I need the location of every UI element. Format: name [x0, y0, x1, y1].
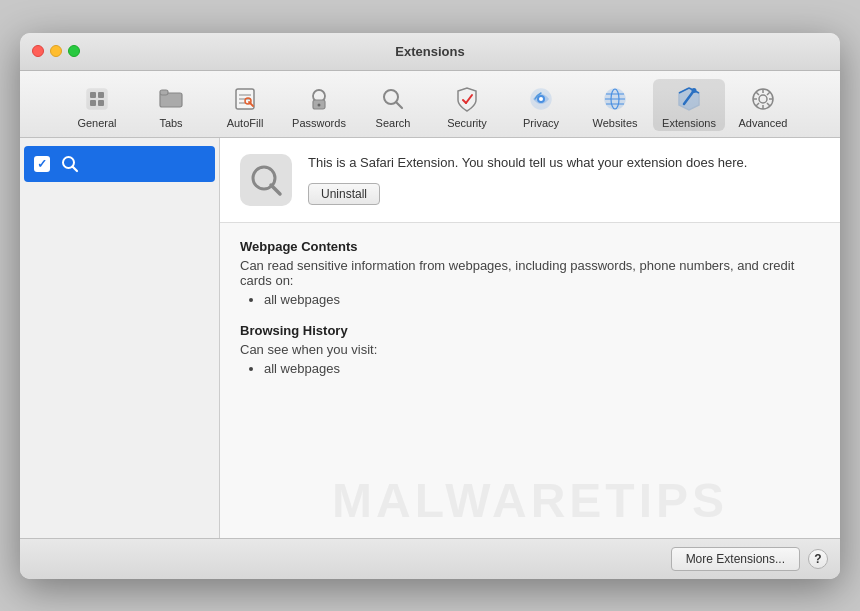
traffic-lights — [32, 45, 80, 57]
general-icon — [81, 83, 113, 115]
perm-title-browsing: Browsing History — [240, 323, 820, 338]
svg-point-21 — [539, 97, 543, 101]
advanced-icon — [747, 83, 779, 115]
privacy-icon — [525, 83, 557, 115]
security-icon — [451, 83, 483, 115]
bottom-bar: More Extensions... ? — [20, 538, 840, 579]
svg-rect-3 — [90, 100, 96, 106]
svg-rect-4 — [98, 100, 104, 106]
websites-icon — [599, 83, 631, 115]
perm-list-webpage: all webpages — [240, 292, 820, 307]
svg-point-28 — [692, 88, 697, 93]
svg-line-36 — [767, 103, 770, 106]
search-toolbar-icon — [377, 83, 409, 115]
general-label: General — [77, 117, 116, 129]
svg-line-37 — [767, 92, 770, 95]
svg-rect-1 — [90, 92, 96, 98]
tabs-label: Tabs — [159, 117, 182, 129]
search-label: Search — [376, 117, 411, 129]
toolbar-item-extensions[interactable]: Extensions — [653, 79, 725, 131]
perm-group-webpage-contents: Webpage Contents Can read sensitive info… — [240, 239, 820, 307]
window-title: Extensions — [395, 44, 464, 59]
toolbar-item-search[interactable]: Search — [357, 79, 429, 131]
security-label: Security — [447, 117, 487, 129]
extension-info: This is a Safari Extension. You should t… — [308, 154, 820, 204]
extensions-label: Extensions — [662, 117, 716, 129]
tabs-icon — [155, 83, 187, 115]
sidebar: ✓ — [20, 138, 220, 538]
perm-desc-browsing: Can see when you visit: — [240, 342, 820, 357]
extension-description: This is a Safari Extension. You should t… — [308, 154, 820, 172]
detail-panel: This is a Safari Extension. You should t… — [220, 138, 840, 538]
maximize-button[interactable] — [68, 45, 80, 57]
watermark: MALWARETIPS — [332, 473, 728, 528]
toolbar-item-security[interactable]: Security — [431, 79, 503, 131]
privacy-label: Privacy — [523, 117, 559, 129]
toolbar-item-privacy[interactable]: Privacy — [505, 79, 577, 131]
extension-checkbox[interactable]: ✓ — [34, 156, 50, 172]
uninstall-button[interactable]: Uninstall — [308, 183, 380, 205]
minimize-button[interactable] — [50, 45, 62, 57]
permissions-section: Webpage Contents Can read sensitive info… — [220, 223, 840, 538]
sidebar-item-search-ext[interactable]: ✓ — [24, 146, 215, 182]
svg-line-40 — [73, 166, 78, 171]
toolbar-item-passwords[interactable]: Passwords — [283, 79, 355, 131]
toolbar-item-tabs[interactable]: Tabs — [135, 79, 207, 131]
passwords-icon — [303, 83, 335, 115]
advanced-label: Advanced — [739, 117, 788, 129]
svg-point-14 — [318, 103, 321, 106]
extension-search-icon — [58, 152, 82, 176]
help-button[interactable]: ? — [808, 549, 828, 569]
more-extensions-button[interactable]: More Extensions... — [671, 547, 800, 571]
toolbar-item-autofill[interactable]: AutoFill — [209, 79, 281, 131]
list-item: all webpages — [264, 292, 820, 307]
extension-icon — [240, 154, 292, 206]
perm-list-browsing: all webpages — [240, 361, 820, 376]
extension-header: This is a Safari Extension. You should t… — [220, 138, 840, 223]
perm-group-browsing-history: Browsing History Can see when you visit:… — [240, 323, 820, 376]
svg-point-30 — [759, 95, 767, 103]
toolbar-item-general[interactable]: General — [61, 79, 133, 131]
passwords-label: Passwords — [292, 117, 346, 129]
svg-line-42 — [271, 185, 280, 194]
websites-label: Websites — [592, 117, 637, 129]
close-button[interactable] — [32, 45, 44, 57]
svg-line-16 — [396, 102, 402, 108]
svg-rect-0 — [87, 89, 107, 109]
svg-rect-2 — [98, 92, 104, 98]
content-area: ✓ — [20, 138, 840, 538]
autofill-icon — [229, 83, 261, 115]
svg-rect-6 — [160, 90, 168, 95]
extensions-icon — [673, 83, 705, 115]
perm-title-webpage: Webpage Contents — [240, 239, 820, 254]
safari-preferences-window: Extensions General T — [20, 33, 840, 579]
toolbar-item-websites[interactable]: Websites — [579, 79, 651, 131]
toolbar: General Tabs A — [20, 71, 840, 138]
titlebar: Extensions — [20, 33, 840, 71]
svg-line-38 — [756, 103, 759, 106]
svg-line-35 — [756, 92, 759, 95]
list-item: all webpages — [264, 361, 820, 376]
perm-desc-webpage: Can read sensitive information from webp… — [240, 258, 820, 288]
autofill-label: AutoFill — [227, 117, 264, 129]
checkmark-icon: ✓ — [37, 157, 47, 171]
toolbar-item-advanced[interactable]: Advanced — [727, 79, 799, 131]
